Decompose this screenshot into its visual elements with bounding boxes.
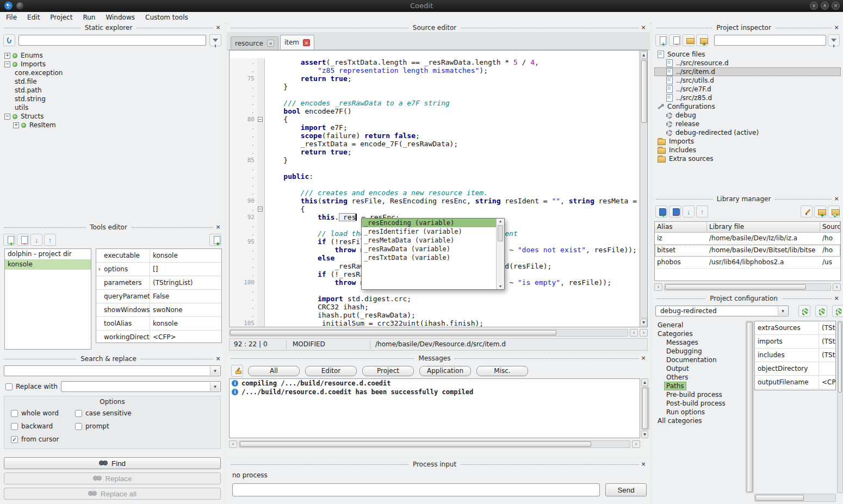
scroll-left-icon[interactable]: ‹ bbox=[630, 329, 638, 337]
completion-item-resrawdata[interactable]: _resRawData (variable) bbox=[362, 245, 496, 253]
chevron-down-icon[interactable]: ▾ bbox=[210, 366, 220, 375]
code-line[interactable]: 75 return true; bbox=[230, 74, 639, 83]
category-general[interactable]: General bbox=[653, 321, 745, 329]
message-row[interactable]: i/.../build/resource.d.coedit has been s… bbox=[230, 388, 640, 396]
library-row-iz[interactable]: iz/home/basile/Dev/Iz/lib/iz.a/ho bbox=[655, 233, 840, 245]
property-value[interactable]: <CPO> bbox=[819, 378, 835, 386]
move-library-down-button[interactable]: ↓ bbox=[683, 206, 695, 217]
move-tool-down-button[interactable]: ↓ bbox=[30, 234, 42, 246]
chevron-down-icon[interactable]: ▾ bbox=[778, 307, 788, 315]
close-icon[interactable]: × bbox=[833, 295, 840, 302]
filter-project-button[interactable]: Project bbox=[362, 366, 414, 376]
code-line[interactable]: 105 _initialSum = crc322uint(ihash.finis… bbox=[230, 319, 639, 327]
add-tool-button[interactable] bbox=[3, 234, 15, 246]
filter-editor-button[interactable]: Editor bbox=[305, 366, 357, 376]
tree-item-extra-sources[interactable]: Extra sources bbox=[654, 154, 841, 163]
scroll-right-icon[interactable]: › bbox=[632, 440, 640, 448]
property-row-queryparameters[interactable]: queryParametersFalse bbox=[96, 290, 221, 303]
open-folder-button[interactable] bbox=[683, 34, 695, 46]
code-line[interactable]: . bbox=[230, 164, 639, 172]
code-line[interactable]: . public: bbox=[230, 172, 639, 181]
category-messages[interactable]: Messages bbox=[653, 338, 745, 347]
code-line[interactable]: . "z85 representation length mismatches"… bbox=[230, 66, 639, 74]
add-library-button[interactable] bbox=[655, 206, 667, 217]
property-row-executable[interactable]: executablekonsole bbox=[96, 249, 221, 263]
library-horizontal-scrollbar[interactable]: ‹ › bbox=[654, 283, 841, 291]
library-row-bitset[interactable]: bitset/home/basile/Dev/Bitset/lib/bitse/… bbox=[655, 245, 840, 257]
code-line[interactable]: . /// creates and encodes a new resource… bbox=[230, 189, 639, 197]
run-tool-button[interactable] bbox=[209, 234, 221, 246]
scroll-down-icon[interactable]: ▾ bbox=[499, 284, 501, 289]
property-row-imports[interactable]: imports(TStringList) bbox=[755, 335, 835, 349]
editor-horizontal-scrollbar[interactable]: ‹ › bbox=[229, 328, 648, 337]
tree-item-std-string[interactable]: std.string bbox=[1, 95, 224, 103]
code-line[interactable]: 80− { bbox=[230, 115, 639, 123]
remove-tool-button[interactable] bbox=[17, 234, 29, 246]
menu-edit[interactable]: Edit bbox=[27, 14, 40, 21]
code-line[interactable]: 85 } bbox=[230, 156, 639, 164]
close-icon[interactable]: × bbox=[833, 24, 840, 32]
checkbox-whole-word[interactable]: whole word bbox=[11, 409, 75, 417]
property-value[interactable]: (TStringList) bbox=[819, 351, 835, 359]
scrollbar-thumb[interactable] bbox=[838, 322, 842, 393]
scrollbar-thumb[interactable] bbox=[665, 284, 806, 290]
category-output[interactable]: Output bbox=[653, 364, 745, 373]
collapse-icon[interactable]: − bbox=[4, 114, 10, 120]
checkbox-prompt[interactable]: prompt bbox=[75, 422, 216, 430]
close-icon[interactable]: × bbox=[214, 355, 222, 363]
category-debugging[interactable]: Debugging bbox=[653, 347, 745, 356]
filter-misc-button[interactable]: Misc. bbox=[476, 366, 528, 376]
menu-windows[interactable]: Windows bbox=[106, 14, 135, 21]
close-icon[interactable]: × bbox=[833, 195, 840, 203]
move-library-up-button[interactable]: ↑ bbox=[696, 206, 708, 217]
configuration-horizontal-scrollbar[interactable] bbox=[754, 494, 836, 502]
code-line[interactable]: . /// encodes _resRawData to a e7F strin… bbox=[230, 99, 639, 107]
category-categories[interactable]: Categories bbox=[653, 329, 745, 338]
property-row-outputfilename[interactable]: outputFilename<CPO> bbox=[755, 376, 835, 389]
scroll-left-icon[interactable]: ‹ bbox=[229, 440, 237, 448]
find-button[interactable]: Find bbox=[4, 457, 221, 469]
fold-collapse-icon[interactable]: − bbox=[258, 117, 263, 122]
property-row-parameters[interactable]: parameters(TStringList) bbox=[96, 276, 221, 290]
property-value[interactable]: False bbox=[150, 293, 221, 300]
checkbox-icon[interactable] bbox=[75, 423, 82, 430]
code-line[interactable]: . } bbox=[230, 83, 639, 91]
code-line[interactable]: . bbox=[230, 181, 639, 189]
tree-item-configurations[interactable]: Configurations bbox=[654, 102, 841, 111]
property-value[interactable]: konsole bbox=[150, 320, 221, 327]
project-inspector-filter-input[interactable] bbox=[714, 35, 826, 46]
categories-scrollbar[interactable] bbox=[746, 321, 753, 493]
checkbox-from-cursor[interactable]: ✓from cursor bbox=[11, 435, 75, 443]
tree-item-src-utils-d[interactable]: ../src/utils.d bbox=[654, 76, 841, 85]
remove-library-button[interactable] bbox=[669, 206, 681, 217]
scrollbar-track[interactable] bbox=[837, 321, 843, 493]
scroll-left-icon[interactable]: ‹ bbox=[654, 283, 662, 291]
code-line[interactable]: . CRC32 ihash; bbox=[230, 303, 639, 311]
completion-scrollbar[interactable]: ▴ ▾ bbox=[496, 219, 504, 289]
code-line[interactable]: . _resTxtData = encode_7F(_resRawData); bbox=[230, 140, 639, 148]
scroll-right-icon[interactable]: › bbox=[833, 283, 841, 291]
scrollbar-track[interactable] bbox=[239, 440, 630, 448]
tree-item-enums[interactable]: +Enums bbox=[1, 51, 224, 60]
property-value[interactable]: swoNone bbox=[150, 306, 221, 314]
tree-item-imports[interactable]: −Imports bbox=[1, 60, 224, 69]
close-icon[interactable]: × bbox=[214, 24, 222, 32]
tree-item-src-item-d[interactable]: ../src/item.d bbox=[654, 67, 841, 76]
refresh-button[interactable] bbox=[3, 34, 15, 46]
completion-item-restxtdata[interactable]: _resTxtData (variable) bbox=[362, 253, 496, 262]
clear-messages-button[interactable] bbox=[231, 365, 243, 377]
expand-icon[interactable]: + bbox=[4, 53, 10, 59]
editor-vertical-scrollbar[interactable]: ▴ ▾ bbox=[639, 51, 647, 327]
scroll-down-icon[interactable]: ▾ bbox=[640, 319, 647, 326]
library-row-phobos[interactable]: phobos/usr/lib64/libphobos2.a/us bbox=[655, 257, 840, 269]
close-icon[interactable]: × bbox=[640, 24, 647, 32]
checkbox-case-sensitive[interactable]: case sensitive bbox=[75, 409, 216, 417]
add-source-button[interactable] bbox=[655, 34, 667, 46]
scroll-up-icon[interactable]: ▴ bbox=[640, 51, 647, 59]
scrollbar-track[interactable] bbox=[746, 321, 754, 493]
code-line[interactable]: 90 this(string resFile, ResEncoding resE… bbox=[230, 197, 639, 205]
scrollbar-thumb[interactable] bbox=[747, 322, 753, 492]
property-value[interactable]: <CFP> bbox=[150, 333, 221, 341]
scrollbar-track[interactable] bbox=[664, 283, 831, 291]
column-header-alias[interactable]: Alias bbox=[655, 222, 707, 232]
